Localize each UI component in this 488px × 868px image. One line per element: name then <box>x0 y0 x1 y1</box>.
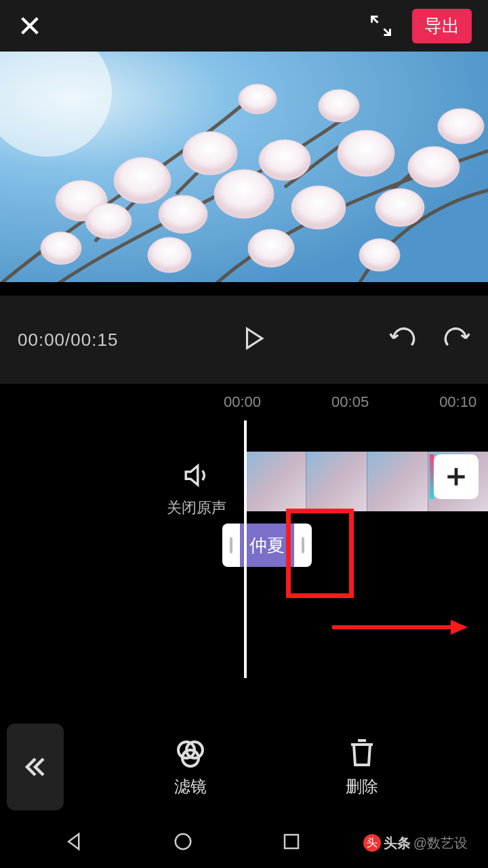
video-editor-app: 导出 <box>0 0 488 868</box>
svg-point-11 <box>375 189 424 226</box>
undo-icon <box>389 327 416 350</box>
svg-point-10 <box>338 130 394 176</box>
trash-icon <box>346 736 378 769</box>
play-button[interactable] <box>241 326 266 354</box>
ruler-mark: 00:10 <box>439 393 476 411</box>
svg-point-8 <box>259 140 310 180</box>
clip-thumbnail <box>367 452 428 511</box>
square-recent-icon <box>281 831 302 852</box>
system-nav-bar: 头 头条 @数艺设 <box>0 818 488 868</box>
timeline-ruler[interactable]: 00:00 00:05 00:10 <box>0 384 488 420</box>
svg-point-14 <box>148 237 191 273</box>
svg-rect-26 <box>285 835 298 848</box>
add-clip-button[interactable] <box>434 454 479 499</box>
circle-home-icon <box>173 831 193 852</box>
timeline-area[interactable]: 关闭原声 仲夏 <box>0 420 488 705</box>
mute-original-sound-button[interactable]: 关闭原声 <box>163 461 230 518</box>
redo-icon <box>443 327 470 350</box>
delete-tool-button[interactable]: 删除 <box>346 736 378 797</box>
svg-point-19 <box>239 84 277 114</box>
nav-back-button[interactable] <box>64 831 85 854</box>
annotation-arrow <box>332 617 468 640</box>
mute-label: 关闭原声 <box>163 498 230 518</box>
ruler-mark: 00:05 <box>331 393 369 411</box>
svg-point-16 <box>359 239 400 271</box>
tool-buttons: 滤镜 删除 <box>64 736 488 797</box>
back-button[interactable] <box>7 724 64 810</box>
watermark-handle: @数艺设 <box>413 834 468 852</box>
undo-button[interactable] <box>389 327 416 353</box>
watermark: 头 头条 @数艺设 <box>363 834 468 852</box>
watermark-prefix: 头条 <box>384 834 411 852</box>
svg-marker-21 <box>451 620 468 635</box>
nav-home-button[interactable] <box>173 831 193 854</box>
speaker-icon <box>182 461 211 490</box>
svg-point-15 <box>248 229 294 267</box>
triangle-back-icon <box>64 831 85 852</box>
time-display: 00:00/00:15 <box>18 330 118 351</box>
top-bar: 导出 <box>0 0 488 52</box>
svg-point-4 <box>114 157 171 203</box>
top-right-group: 导出 <box>369 9 472 43</box>
annotation-highlight-box <box>286 509 354 598</box>
filter-icon <box>174 736 207 769</box>
play-icon <box>241 326 266 351</box>
playhead[interactable] <box>244 420 247 678</box>
redo-button[interactable] <box>443 327 470 353</box>
clip-thumbnail <box>306 452 367 511</box>
fullscreen-icon <box>369 14 393 38</box>
svg-point-3 <box>85 203 131 239</box>
close-button[interactable] <box>16 12 43 39</box>
undo-redo-group <box>389 327 470 353</box>
filter-label: 滤镜 <box>174 776 207 797</box>
bottom-toolbar: 滤镜 删除 <box>0 716 488 818</box>
nav-recent-button[interactable] <box>281 831 302 854</box>
ruler-mark: 00:00 <box>224 393 261 411</box>
svg-point-5 <box>159 195 207 233</box>
filter-tool-button[interactable]: 滤镜 <box>174 736 207 797</box>
delete-label: 删除 <box>346 776 378 797</box>
chevron-double-left-icon <box>23 755 47 779</box>
svg-point-7 <box>214 170 274 218</box>
playback-controls: 00:00/00:15 <box>0 296 488 384</box>
svg-point-17 <box>438 108 484 144</box>
export-button[interactable]: 导出 <box>412 9 472 43</box>
clip-thumbnail <box>245 452 306 511</box>
fullscreen-button[interactable] <box>369 14 393 38</box>
plus-icon <box>443 464 469 490</box>
svg-point-18 <box>319 90 359 122</box>
preview-frame-image <box>0 52 488 282</box>
clip-handle-left[interactable] <box>222 524 240 567</box>
svg-point-25 <box>176 834 191 850</box>
video-preview[interactable] <box>0 52 488 282</box>
svg-point-9 <box>291 186 346 229</box>
watermark-icon: 头 <box>363 834 381 852</box>
svg-point-12 <box>408 146 460 187</box>
svg-point-13 <box>41 232 81 264</box>
close-icon <box>18 14 41 37</box>
svg-point-6 <box>183 132 237 175</box>
